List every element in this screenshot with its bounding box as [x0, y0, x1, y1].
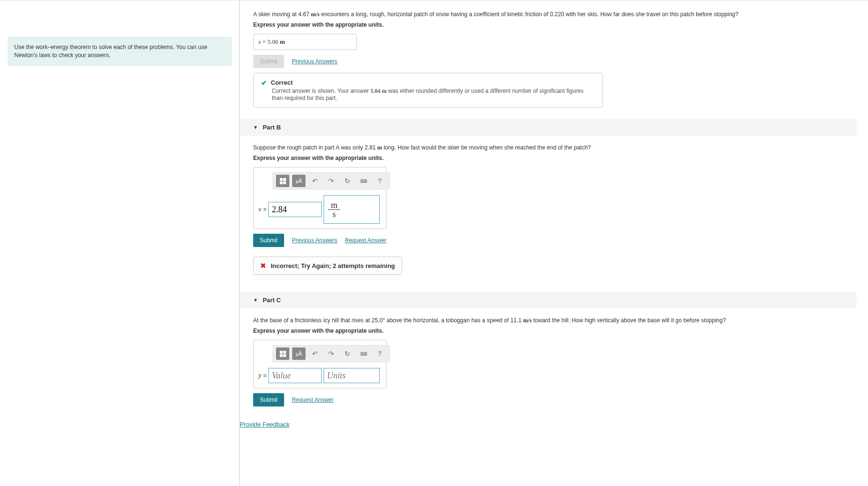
part-b-toolbar: μÅ ↶ ↷ ↻ ⌨ ?	[273, 172, 390, 189]
previous-answers-link-b[interactable]: Previous Answers	[292, 237, 337, 244]
hint-box: Use the work–energy theorem to solve eac…	[8, 37, 232, 66]
part-a-val: 5.06	[267, 38, 280, 45]
unit-den: s	[330, 210, 339, 218]
part-b-eq: =	[263, 206, 266, 213]
provide-feedback-link[interactable]: Provide Feedback	[240, 421, 290, 428]
pb-unit: m	[377, 144, 382, 151]
feedback-correct-text: Correct answer is shown. Your answer 5.0…	[272, 88, 595, 101]
part-c-buttons: Submit Request Answer	[253, 393, 857, 407]
undo-button[interactable]: ↶	[308, 175, 322, 187]
part-a-unit: m	[280, 38, 285, 45]
pc-post: toward the hill. How high vertically abo…	[532, 317, 726, 324]
part-b-header[interactable]: ▼ Part B	[240, 119, 857, 136]
part-a-text-pre: A skier moving at 4.67	[253, 11, 311, 18]
chevron-down-icon: ▼	[253, 125, 258, 130]
part-b-buttons: Submit Previous Answers Request Answer	[253, 234, 857, 247]
part-a-feedback: ✔ Correct Correct answer is shown. Your …	[253, 73, 603, 108]
part-a-instr: Express your answer with the appropriate…	[253, 21, 857, 28]
part-b-var: v	[258, 206, 261, 213]
chevron-down-icon: ▼	[253, 298, 258, 303]
fb-pre: Correct answer is shown. Your answer	[272, 88, 370, 94]
previous-answers-link-a[interactable]: Previous Answers	[292, 58, 337, 65]
main-container: Use the work–energy theorem to solve eac…	[0, 0, 868, 486]
part-c-eq: =	[263, 372, 266, 379]
pc-unit: m/s	[523, 317, 532, 324]
templates-button-c[interactable]	[276, 347, 289, 360]
pc-pre: At the base of a frictionless icy hill t…	[253, 317, 523, 324]
keyboard-button[interactable]: ⌨	[357, 175, 370, 187]
reset-button-c[interactable]: ↻	[341, 347, 354, 360]
help-button[interactable]: ?	[373, 175, 386, 187]
units-input-b[interactable]: m s	[324, 195, 380, 224]
units-input-c[interactable]	[324, 368, 380, 383]
submit-button-b[interactable]: Submit	[253, 234, 284, 247]
pb-pre: Suppose the rough patch in part A was on…	[253, 144, 377, 151]
part-b-input-panel: μÅ ↶ ↷ ↻ ⌨ ? v = m s	[253, 167, 386, 229]
part-a-answer-box: s = 5.06 m	[253, 34, 357, 50]
part-c-input-panel: μÅ ↶ ↷ ↻ ⌨ ? y =	[253, 340, 386, 388]
part-c-input-row: y =	[258, 368, 381, 383]
reset-button[interactable]: ↻	[341, 175, 354, 187]
incorrect-text: Incorrect; Try Again; 2 attempts remaini…	[271, 262, 395, 269]
symbols-button[interactable]: μÅ	[292, 175, 306, 187]
part-b-title: Part B	[263, 124, 281, 131]
keyboard-button-c[interactable]: ⌨	[357, 347, 370, 360]
part-c-var: y	[258, 372, 261, 379]
feedback-correct-title: Correct	[271, 79, 293, 86]
part-a-unit1: m/s	[311, 11, 319, 18]
symbols-button-c[interactable]: μÅ	[292, 347, 306, 360]
fb-val: 5.04 m	[370, 88, 386, 94]
part-b-feedback: ✖ Incorrect; Try Again; 2 attempts remai…	[253, 257, 402, 275]
redo-button[interactable]: ↷	[325, 175, 338, 187]
part-c-title: Part C	[263, 297, 281, 304]
left-panel: Use the work–energy theorem to solve eac…	[0, 0, 240, 486]
part-b-input-row: v = m s	[258, 195, 381, 224]
redo-button-c[interactable]: ↷	[325, 347, 338, 360]
part-a-eq: =	[261, 38, 267, 45]
submit-button-a: Submit	[253, 55, 284, 68]
part-c-instr: Express your answer with the appropriate…	[253, 327, 857, 334]
request-answer-link-c[interactable]: Request Answer	[292, 397, 333, 403]
part-a-problem: A skier moving at 4.67 m/s encounters a …	[253, 10, 857, 19]
part-b-problem: Suppose the rough patch in part A was on…	[253, 143, 857, 152]
part-b-instr: Express your answer with the appropriate…	[253, 155, 857, 161]
unit-num: m	[328, 201, 340, 210]
part-c-problem: At the base of a frictionless icy hill t…	[253, 316, 857, 325]
x-icon: ✖	[260, 262, 266, 269]
part-c-header[interactable]: ▼ Part C	[240, 292, 857, 308]
undo-button-c[interactable]: ↶	[308, 347, 322, 360]
check-icon: ✔	[261, 79, 267, 87]
templates-button[interactable]	[276, 175, 289, 187]
part-a-text-post: encounters a long, rough, horizontal pat…	[319, 11, 738, 18]
pb-post: long. How fast would the skier be moving…	[382, 144, 591, 151]
value-input-b[interactable]	[268, 202, 322, 217]
help-button-c[interactable]: ?	[373, 347, 386, 360]
part-a-buttons: Submit Previous Answers	[253, 55, 857, 68]
right-panel: A skier moving at 4.67 m/s encounters a …	[240, 0, 868, 486]
part-c-toolbar: μÅ ↶ ↷ ↻ ⌨ ?	[273, 345, 390, 362]
request-answer-link-b[interactable]: Request Answer	[345, 237, 386, 244]
value-input-c[interactable]	[268, 368, 322, 383]
submit-button-c[interactable]: Submit	[253, 393, 284, 407]
